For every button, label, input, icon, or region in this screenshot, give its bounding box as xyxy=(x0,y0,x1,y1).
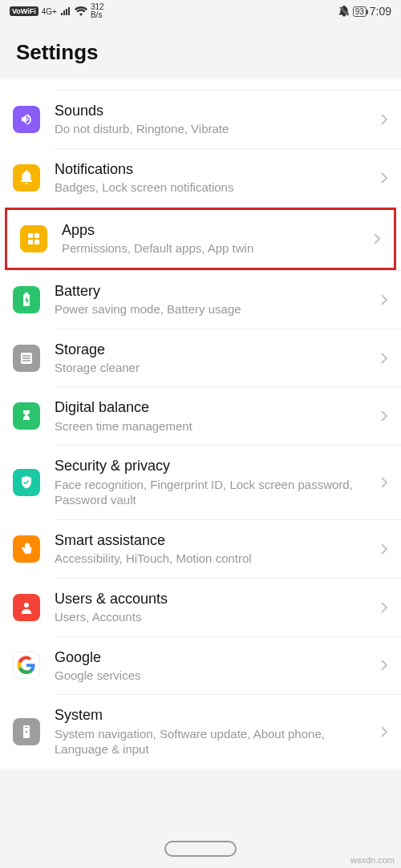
row-title: Storage xyxy=(55,341,375,359)
svg-rect-15 xyxy=(25,727,28,728)
row-body: System System navigation, Software updat… xyxy=(55,706,375,757)
svg-rect-4 xyxy=(28,240,33,244)
person-icon xyxy=(13,594,40,621)
row-sounds[interactable]: Sounds Do not disturb, Ringtone, Vibrate xyxy=(0,91,401,148)
google-icon xyxy=(13,652,40,679)
chevron-right-icon xyxy=(380,352,388,365)
row-title: Users & accounts xyxy=(55,590,375,608)
row-title: Notifications xyxy=(55,160,375,179)
row-title: Smart assistance xyxy=(55,531,375,550)
hourglass-icon xyxy=(13,402,40,430)
row-body: Notifications Badges, Lock screen notifi… xyxy=(55,160,375,196)
row-security[interactable]: Security & privacy Face recognition, Fin… xyxy=(0,446,401,519)
watermark: wsxdn.com xyxy=(350,855,395,865)
row-body: Smart assistance Accessibility, HiTouch,… xyxy=(55,531,375,567)
status-bar: VoWiFi 4G+ 312 B/s 93 7:09 xyxy=(0,0,401,22)
signal-icon xyxy=(60,6,71,16)
row-title: System xyxy=(55,706,375,725)
header: Settings xyxy=(0,22,401,79)
row-body: Users & accounts Users, Accounts xyxy=(55,590,375,625)
row-subtitle: Do not disturb, Ringtone, Vibrate xyxy=(55,121,375,137)
row-storage[interactable]: Storage Storage cleaner xyxy=(0,329,401,387)
svg-rect-3 xyxy=(34,233,39,238)
row-body: Apps Permissions, Default apps, App twin xyxy=(62,221,368,256)
row-subtitle: Permissions, Default apps, App twin xyxy=(62,240,368,256)
status-left: VoWiFi 4G+ 312 B/s xyxy=(10,3,104,19)
row-battery[interactable]: Battery Power saving mode, Battery usage xyxy=(0,271,401,329)
highlight-apps: Apps Permissions, Default apps, App twin xyxy=(5,208,396,270)
storage-icon xyxy=(13,345,40,372)
row-title: Apps xyxy=(62,221,368,240)
chevron-right-icon xyxy=(380,293,388,306)
row-body: Digital balance Screen time management xyxy=(55,398,375,434)
row-subtitle: Face recognition, Fingerprint ID, Lock s… xyxy=(55,477,375,508)
net-speed: 312 B/s xyxy=(91,3,104,19)
row-subtitle: Google services xyxy=(55,668,375,684)
notifications-icon xyxy=(13,164,40,192)
chevron-right-icon xyxy=(380,543,388,555)
row-subtitle: System navigation, Software update, Abou… xyxy=(55,726,375,757)
row-smart-assistance[interactable]: Smart assistance Accessibility, HiTouch,… xyxy=(0,520,401,578)
svg-point-12 xyxy=(24,603,29,608)
settings-list: Sounds Do not disturb, Ringtone, Vibrate… xyxy=(0,79,401,769)
svg-rect-2 xyxy=(28,233,33,238)
row-title: Sounds xyxy=(55,102,375,120)
status-right: 93 7:09 xyxy=(338,5,391,18)
row-system[interactable]: System System navigation, Software updat… xyxy=(0,695,401,768)
chevron-right-icon xyxy=(380,476,388,489)
row-subtitle: Power saving mode, Battery usage xyxy=(55,301,375,317)
clock: 7:09 xyxy=(370,5,391,18)
row-subtitle: Screen time management xyxy=(55,418,375,434)
hand-icon xyxy=(13,535,40,563)
row-notifications[interactable]: Notifications Badges, Lock screen notifi… xyxy=(0,149,401,207)
row-apps[interactable]: Apps Permissions, Default apps, App twin xyxy=(7,210,394,268)
row-title: Google xyxy=(55,648,375,667)
wifi-icon xyxy=(75,6,87,16)
row-body: Sounds Do not disturb, Ringtone, Vibrate xyxy=(55,102,375,137)
row-subtitle: Users, Accounts xyxy=(55,609,375,625)
battery-indicator: 93 xyxy=(353,6,367,17)
row-google[interactable]: Google Google services xyxy=(0,637,401,695)
row-title: Digital balance xyxy=(55,398,375,417)
battery-icon xyxy=(13,286,40,313)
row-body: Google Google services xyxy=(55,648,375,684)
svg-rect-7 xyxy=(25,293,28,294)
chevron-right-icon xyxy=(380,601,388,614)
sounds-icon xyxy=(13,106,40,133)
row-digital-balance[interactable]: Digital balance Screen time management xyxy=(0,387,401,445)
chevron-right-icon xyxy=(380,113,388,126)
system-icon xyxy=(13,718,40,745)
partial-row-above xyxy=(55,79,401,91)
row-subtitle: Storage cleaner xyxy=(55,360,375,376)
chevron-right-icon xyxy=(380,410,388,422)
dnd-icon xyxy=(338,6,350,17)
row-title: Security & privacy xyxy=(55,457,375,475)
chevron-right-icon xyxy=(380,172,388,184)
svg-rect-5 xyxy=(34,240,39,244)
row-body: Storage Storage cleaner xyxy=(55,341,375,376)
chevron-right-icon xyxy=(380,725,388,738)
row-users-accounts[interactable]: Users & accounts Users, Accounts xyxy=(0,579,401,636)
chevron-right-icon xyxy=(380,659,388,672)
row-body: Security & privacy Face recognition, Fin… xyxy=(55,457,375,507)
chevron-right-icon xyxy=(373,232,381,245)
shield-icon xyxy=(13,469,40,496)
row-title: Battery xyxy=(55,282,375,301)
nav-pill[interactable] xyxy=(164,841,237,857)
page-title: Settings xyxy=(16,40,385,65)
row-subtitle: Accessibility, HiTouch, Motion control xyxy=(55,551,375,567)
row-subtitle: Badges, Lock screen notifications xyxy=(55,180,375,196)
apps-icon xyxy=(20,225,47,252)
network-type: 4G+ xyxy=(42,7,57,16)
row-body: Battery Power saving mode, Battery usage xyxy=(55,282,375,317)
vowifi-badge: VoWiFi xyxy=(10,6,38,16)
svg-point-14 xyxy=(26,731,27,733)
